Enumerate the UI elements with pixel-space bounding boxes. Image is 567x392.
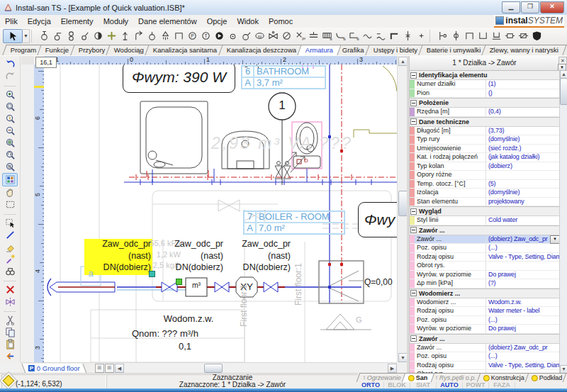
- property-row-zaw-r[interactable]: Zawór ...(dobierz) Zaw_odc_pr: [410, 344, 560, 353]
- delete-icon[interactable]: [3, 284, 17, 296]
- risers[interactable]: [328, 65, 343, 303]
- hscroll-thumb[interactable]: [204, 364, 223, 373]
- toggle-orto[interactable]: ORTO: [358, 382, 384, 388]
- tool-vertical-valve-icon[interactable]: [401, 29, 415, 43]
- toggle-blok[interactable]: BLOK: [384, 382, 410, 388]
- property-row-typ-kolan[interactable]: Typ kolan(dobierz): [410, 162, 560, 172]
- tool-vertical-gauge-icon[interactable]: [449, 29, 463, 43]
- nav-back-icon[interactable]: [3, 350, 17, 362]
- view-arrange-icon[interactable]: [2, 173, 18, 186]
- tool-elbow-icon[interactable]: [388, 29, 401, 43]
- property-row-wyr-w-w-poziomie[interactable]: Wyrów. w poziomieDo prawej: [410, 325, 560, 334]
- property-row-zaw-r[interactable]: Zawór ...(dobierz) Zaw_odc_pr▼: [410, 235, 560, 245]
- drawing-canvas[interactable]: 2,93 m³ VA ??? Φwym: 390 W 6 BATHROOM A …: [44, 65, 397, 362]
- property-row-obrot-rys[interactable]: Obrot rys.: [410, 262, 560, 271]
- room-label-boiler[interactable]: 7 BOILER - ROOM A 7,0 m²: [243, 211, 345, 235]
- pan-hand-icon[interactable]: [3, 186, 17, 198]
- tool-bowtie-meter-icon[interactable]: [266, 29, 280, 43]
- select-rect-icon[interactable]: [3, 198, 17, 211]
- tool-angle-valve-icon[interactable]: [51, 29, 64, 43]
- tool-stop-valve-icon[interactable]: [38, 29, 51, 43]
- property-row-pion[interactable]: Pion(): [410, 89, 560, 99]
- tab-kanalizacja-sanitarna[interactable]: Kanalizacja sanitarna: [145, 45, 226, 55]
- property-row-d-ugo-m[interactable]: Długość [m](3,73): [410, 127, 560, 136]
- property-row-wodomierz[interactable]: Wodomierz ...Wodom.z.w.: [410, 298, 560, 308]
- collapse-icon[interactable]: [410, 335, 417, 342]
- tool-basin-box-icon[interactable]: [476, 29, 490, 43]
- tool-basin-under-icon[interactable]: [490, 29, 503, 43]
- tool-pipe-cross-icon[interactable]: [105, 29, 118, 43]
- panel-scroll-thumb[interactable]: [560, 78, 567, 105]
- panel-section-dane-techniczne-2[interactable]: Dane techniczne: [410, 117, 560, 127]
- cut-pipe-icon[interactable]: [3, 296, 17, 308]
- room-label-bathroom[interactable]: 6 BATHROOM A 3,7 m²: [241, 65, 326, 89]
- tool-wave-low-icon[interactable]: [374, 29, 388, 43]
- eraser-icon[interactable]: [3, 241, 17, 253]
- select-arrow-icon[interactable]: [3, 217, 17, 229]
- sheet-add-button[interactable]: ⊞: [95, 364, 104, 373]
- property-row-stan-elementu[interactable]: Stan elementuprojektowany: [410, 198, 560, 207]
- collapse-icon[interactable]: [410, 118, 417, 125]
- zoom-plus-icon[interactable]: [3, 137, 17, 149]
- menu-item-edycja[interactable]: Edycja: [23, 16, 56, 26]
- sheet-list-button[interactable]: ⊞: [105, 364, 114, 373]
- toggle-powt[interactable]: POWT: [463, 382, 489, 388]
- zoom-dynamic-icon[interactable]: [3, 113, 17, 125]
- panel-header[interactable]: 1 * Działka -> Zawór: [410, 56, 559, 71]
- tool-end-cap-icon[interactable]: [415, 29, 428, 43]
- canvas-horizontal-scrollbar[interactable]: ⊞ ⊞ ◀ ▶: [92, 362, 397, 373]
- collapse-icon[interactable]: [410, 227, 417, 233]
- bathtub[interactable]: [140, 101, 208, 174]
- tool-showerhead-icon[interactable]: [159, 29, 172, 43]
- tool-radiator-supply-icon[interactable]: w: [320, 29, 334, 43]
- property-row-poz-opisu[interactable]: Poz. opisu(...): [410, 244, 560, 253]
- menu-item-plik[interactable]: Plik: [0, 16, 23, 26]
- tool-riser-bend-icon[interactable]: [132, 29, 145, 43]
- panel-section-identyfikacja-elementu-0[interactable]: Identyfikacja elementu: [410, 70, 560, 80]
- panel-section-po-o-enie-1[interactable]: Położenie: [410, 98, 560, 108]
- property-row-izolacja[interactable]: Izolacja(domyślnie): [410, 189, 560, 198]
- property-row-rodzaj-opisu[interactable]: Rodzaj opisuValve - Type, Setting, Diame…: [410, 362, 560, 371]
- panel-section-zaw-r-4[interactable]: Zawór ...: [410, 225, 560, 235]
- title-bar[interactable]: Instal-san TS - [Example of Quick valuat…: [0, 0, 567, 16]
- tool-wave-high-icon[interactable]: [361, 29, 374, 43]
- tool-radiator-conn-icon[interactable]: w: [334, 29, 347, 43]
- property-row-kat-i-rodzaj-po-cze[interactable]: Kat. i rodzaj połączeń(jak katalog dział…: [410, 153, 560, 162]
- distribution-pipes[interactable]: [124, 169, 397, 185]
- select-tool-dropdown[interactable]: ▼: [23, 29, 30, 43]
- property-row-rz-dna-m[interactable]: Rzędna [m](0,4): [410, 108, 560, 117]
- property-row-styl-linii[interactable]: Styl liniiCold water: [410, 216, 560, 225]
- tool-pump-p-icon[interactable]: P: [186, 29, 199, 43]
- tool-xy-meter-icon[interactable]: xy: [253, 29, 266, 43]
- tool-kettle-icon[interactable]: [240, 29, 253, 43]
- draw-line-icon[interactable]: [3, 229, 17, 241]
- property-row-p-min-kpa[interactable]: Δp min [kPa](?): [410, 279, 560, 289]
- toggle-auto[interactable]: AUTO: [437, 382, 463, 388]
- property-row-poz-opisu[interactable]: Poz. opisu(...): [410, 352, 560, 362]
- panel-scrollbar[interactable]: ▲ ▼: [559, 70, 567, 373]
- menu-item-widok[interactable]: Widok: [232, 16, 264, 26]
- sheet-tab-ground-floor[interactable]: P 0 Ground floor: [21, 364, 86, 374]
- property-row-poz-opisu[interactable]: Poz. opisu(...): [410, 316, 560, 325]
- vertical-ruler[interactable]: 6543: [34, 65, 45, 362]
- property-row-umiejscowienie[interactable]: Umiejscowienie(sieć rozdz.): [410, 145, 560, 154]
- property-row-numer-dzia-ki[interactable]: Numer działki(1): [410, 80, 560, 89]
- zoom-percent-icon[interactable]: [3, 161, 17, 173]
- tool-tee-joint-icon[interactable]: [307, 29, 320, 43]
- gully-symbol[interactable]: [320, 314, 371, 330]
- binoculars-icon[interactable]: [3, 265, 17, 277]
- power-callout-2[interactable]: Φwy: [358, 202, 397, 237]
- minimize-button[interactable]: ▁: [502, 1, 520, 13]
- tool-check-valve-icon[interactable]: [226, 29, 240, 43]
- power-callout[interactable]: Φwym: 390 W: [123, 65, 235, 93]
- undo-icon[interactable]: [3, 58, 17, 70]
- tool-tap-valve-icon[interactable]: [145, 29, 159, 43]
- property-row-wyr-w-w-poziomie[interactable]: Wyrów. w poziomieDo prawej: [410, 271, 560, 280]
- panel-section-wodomierz-5[interactable]: Wodomierz ...: [410, 289, 560, 298]
- zoom-last-icon[interactable]: [3, 149, 17, 161]
- tool-ps-marker-icon[interactable]: ps: [293, 29, 307, 43]
- tab-kanalizacja-deszczowa[interactable]: Kanalizacja deszczowa: [218, 45, 305, 55]
- menu-item-opcje[interactable]: Opcje: [202, 16, 232, 26]
- tool-basin-top-icon[interactable]: [463, 29, 476, 43]
- valve-label-3[interactable]: Zaw_odc_pr (nast) DN(dobierz): [223, 238, 291, 274]
